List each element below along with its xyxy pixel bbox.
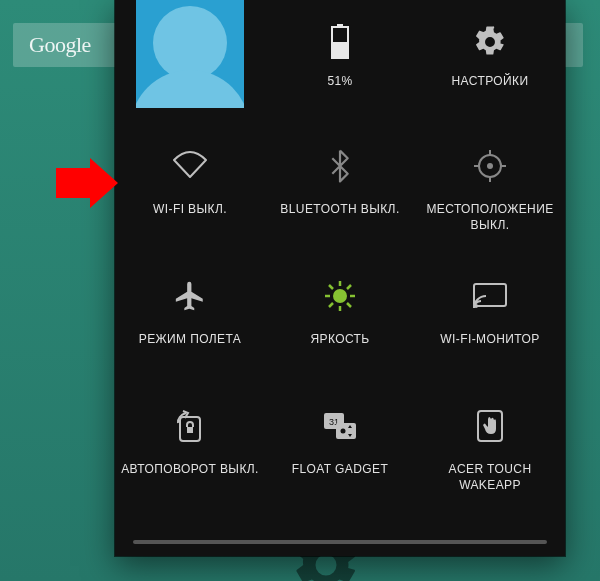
svg-point-9 xyxy=(333,289,347,303)
google-logo: Google xyxy=(29,32,91,58)
svg-point-25 xyxy=(341,429,346,434)
brightness-label: ЯРКОСТЬ xyxy=(265,332,415,348)
svg-rect-21 xyxy=(187,427,193,433)
rotation-label: АВТОПОВОРОТ ВЫКЛ. xyxy=(115,462,265,478)
svg-rect-18 xyxy=(474,284,506,306)
settings-tile[interactable]: НАСТРОЙКИ xyxy=(415,0,565,120)
svg-line-15 xyxy=(347,303,351,307)
bluetooth-tile[interactable]: BLUETOOTH ВЫКЛ. xyxy=(265,120,415,250)
settings-label: НАСТРОЙКИ xyxy=(415,74,565,90)
gear-icon xyxy=(473,25,507,59)
avatar-icon xyxy=(136,0,244,108)
panel-handle[interactable] xyxy=(133,540,547,544)
svg-rect-24 xyxy=(336,423,356,439)
wakeapp-label: ACER TOUCH WAKEAPP xyxy=(415,462,565,493)
float-gadget-icon: 31 xyxy=(322,411,358,441)
svg-point-4 xyxy=(487,163,493,169)
wifi-off-icon xyxy=(171,151,209,181)
airplane-label: РЕЖИМ ПОЛЕТА xyxy=(115,332,265,348)
wakeapp-tile[interactable]: ACER TOUCH WAKEAPP xyxy=(415,380,565,510)
float-gadget-label: FLOAT GADGET xyxy=(265,462,415,478)
bluetooth-label: BLUETOOTH ВЫКЛ. xyxy=(265,202,415,218)
brightness-icon xyxy=(323,279,357,313)
bluetooth-icon xyxy=(329,149,351,183)
location-tile[interactable]: МЕСТОПОЛОЖЕНИЕ ВЫКЛ. xyxy=(415,120,565,250)
cast-icon xyxy=(471,281,509,311)
svg-rect-2 xyxy=(333,42,347,57)
svg-point-19 xyxy=(474,304,478,308)
battery-icon xyxy=(330,24,350,60)
touch-hand-icon xyxy=(476,409,504,443)
airplane-tile[interactable]: РЕЖИМ ПОЛЕТА xyxy=(115,250,265,380)
float-gadget-tile[interactable]: 31 FLOAT GADGET xyxy=(265,380,415,510)
svg-line-14 xyxy=(329,285,333,289)
battery-label: 51% xyxy=(265,74,415,90)
location-icon xyxy=(473,149,507,183)
svg-line-17 xyxy=(329,303,333,307)
wifi-monitor-tile[interactable]: WI-FI-МОНИТОР xyxy=(415,250,565,380)
rotation-lock-icon xyxy=(172,409,208,443)
wifi-monitor-label: WI-FI-МОНИТОР xyxy=(415,332,565,348)
quick-settings-panel: 51% НАСТРОЙКИ WI-FI ВЫКЛ. xyxy=(115,0,565,556)
svg-line-16 xyxy=(347,285,351,289)
user-avatar-tile[interactable] xyxy=(115,0,265,120)
wifi-label: WI-FI ВЫКЛ. xyxy=(115,202,265,218)
location-label: МЕСТОПОЛОЖЕНИЕ ВЫКЛ. xyxy=(415,202,565,233)
brightness-tile[interactable]: ЯРКОСТЬ xyxy=(265,250,415,380)
wifi-tile[interactable]: WI-FI ВЫКЛ. xyxy=(115,120,265,250)
airplane-icon xyxy=(173,279,207,313)
battery-tile[interactable]: 51% xyxy=(265,0,415,120)
rotation-tile[interactable]: АВТОПОВОРОТ ВЫКЛ. xyxy=(115,380,265,510)
